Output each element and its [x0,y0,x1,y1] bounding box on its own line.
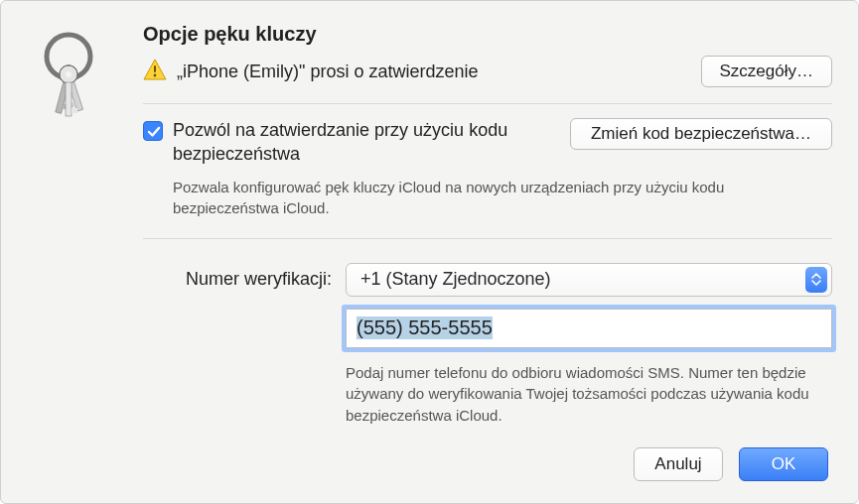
allow-checkbox[interactable] [143,121,163,141]
keychain-options-sheet: Opcje pęku kluczy „iPhone (Emily)" prosi… [0,0,859,504]
phone-number-input[interactable] [346,309,832,348]
approval-row: „iPhone (Emily)" prosi o zatwierdzenie S… [143,56,832,87]
details-button[interactable]: Szczegóły… [701,56,832,87]
approval-text: „iPhone (Emily)" prosi o zatwierdzenie [177,62,691,82]
country-code-popup[interactable]: +1 (Stany Zjednoczone) [346,263,832,297]
svg-rect-14 [72,108,77,113]
chevron-up-down-icon [805,267,827,293]
verification-help-text: Podaj numer telefonu do odbioru wiadomoś… [346,362,832,427]
footer-buttons: Anuluj OK [634,447,828,481]
main-column: Opcje pęku kluczy „iPhone (Emily)" prosi… [143,23,832,427]
verification-block: Numer weryfikacji: +1 (Stany Zjednoczone… [143,263,832,427]
svg-point-12 [66,71,72,77]
country-code-selected: +1 (Stany Zjednoczone) [360,269,551,290]
divider [143,238,832,239]
allow-row: Pozwól na zatwierdzanie przy użyciu kodu… [143,118,832,167]
keychain-icon [27,27,116,126]
svg-rect-13 [66,82,72,116]
decorative-icon-column [27,23,121,427]
cancel-button[interactable]: Anuluj [634,447,723,481]
divider [143,103,832,104]
allow-help-text: Pozwala konfigurować pęk kluczy iCloud n… [173,177,832,218]
allow-checkbox-label: Pozwól na zatwierdzanie przy użyciu kodu… [173,118,560,167]
svg-rect-15 [154,65,156,72]
warning-icon [143,59,167,84]
sheet-title: Opcje pęku kluczy [143,23,832,46]
ok-button[interactable]: OK [739,447,828,481]
svg-point-16 [154,74,157,77]
change-security-code-button[interactable]: Zmień kod bezpieczeństwa… [570,118,832,150]
verification-label: Numer weryfikacji: [143,269,332,290]
